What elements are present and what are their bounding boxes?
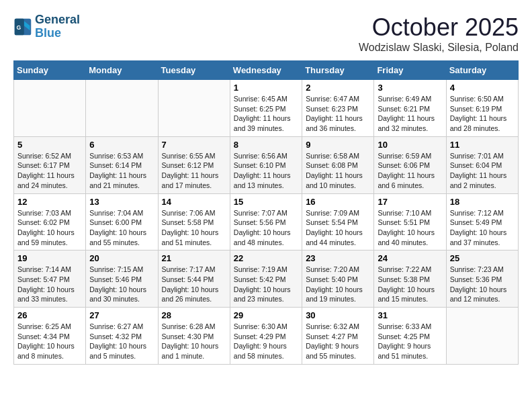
header-tuesday: Tuesday bbox=[158, 61, 230, 80]
logo-line2: Blue bbox=[35, 27, 80, 40]
day-info: Sunrise: 6:49 AMSunset: 6:21 PMDaylight:… bbox=[378, 94, 442, 134]
day-cell: 5Sunrise: 6:52 AMSunset: 6:17 PMDaylight… bbox=[14, 136, 86, 193]
day-number: 22 bbox=[234, 253, 298, 263]
logo-text: General Blue bbox=[35, 13, 80, 40]
header-monday: Monday bbox=[86, 61, 158, 80]
day-info: Sunrise: 6:28 AMSunset: 4:30 PMDaylight:… bbox=[162, 322, 226, 361]
day-cell: 3Sunrise: 6:49 AMSunset: 6:21 PMDaylight… bbox=[374, 80, 446, 137]
day-number: 1 bbox=[234, 83, 298, 93]
day-info: Sunrise: 7:14 AMSunset: 5:47 PMDaylight:… bbox=[17, 265, 82, 304]
week-row-3: 12Sunrise: 7:03 AMSunset: 6:02 PMDayligh… bbox=[14, 193, 519, 250]
day-cell: 17Sunrise: 7:10 AMSunset: 5:51 PMDayligh… bbox=[374, 193, 446, 250]
day-number: 6 bbox=[89, 140, 154, 150]
day-cell: 24Sunrise: 7:22 AMSunset: 5:38 PMDayligh… bbox=[374, 250, 446, 308]
day-cell bbox=[86, 80, 158, 137]
day-number: 26 bbox=[17, 310, 82, 320]
location-subtitle: Wodzislaw Slaski, Silesia, Poland bbox=[359, 42, 519, 54]
day-info: Sunrise: 7:17 AMSunset: 5:44 PMDaylight:… bbox=[162, 265, 226, 304]
day-info: Sunrise: 6:47 AMSunset: 6:23 PMDaylight:… bbox=[306, 94, 370, 134]
day-cell: 6Sunrise: 6:53 AMSunset: 6:14 PMDaylight… bbox=[86, 136, 158, 193]
day-info: Sunrise: 7:03 AMSunset: 6:02 PMDaylight:… bbox=[17, 208, 82, 248]
day-cell: 28Sunrise: 6:28 AMSunset: 4:30 PMDayligh… bbox=[158, 308, 230, 365]
logo-line1: General bbox=[35, 13, 80, 27]
day-number: 20 bbox=[89, 253, 154, 263]
header-saturday: Saturday bbox=[446, 61, 518, 80]
day-number: 25 bbox=[450, 253, 515, 263]
calendar-body: 1Sunrise: 6:45 AMSunset: 6:25 PMDaylight… bbox=[14, 80, 519, 365]
day-info: Sunrise: 6:27 AMSunset: 4:32 PMDaylight:… bbox=[89, 322, 154, 361]
day-info: Sunrise: 7:23 AMSunset: 5:36 PMDaylight:… bbox=[450, 265, 515, 304]
day-info: Sunrise: 6:45 AMSunset: 6:25 PMDaylight:… bbox=[234, 94, 298, 134]
header-friday: Friday bbox=[374, 61, 446, 80]
day-cell: 19Sunrise: 7:14 AMSunset: 5:47 PMDayligh… bbox=[14, 250, 86, 308]
day-number: 28 bbox=[162, 310, 226, 320]
day-cell: 22Sunrise: 7:19 AMSunset: 5:42 PMDayligh… bbox=[230, 250, 302, 308]
day-number: 30 bbox=[306, 310, 370, 320]
day-cell: 9Sunrise: 6:58 AMSunset: 6:08 PMDaylight… bbox=[302, 136, 374, 193]
day-number: 16 bbox=[306, 197, 370, 207]
day-info: Sunrise: 6:52 AMSunset: 6:17 PMDaylight:… bbox=[17, 151, 82, 191]
day-cell bbox=[446, 308, 518, 365]
day-info: Sunrise: 7:01 AMSunset: 6:04 PMDaylight:… bbox=[450, 151, 515, 191]
svg-text:G: G bbox=[16, 24, 21, 30]
day-cell: 27Sunrise: 6:27 AMSunset: 4:32 PMDayligh… bbox=[86, 308, 158, 365]
day-number: 23 bbox=[306, 253, 370, 263]
title-block: October 2025 Wodzislaw Slaski, Silesia, … bbox=[359, 13, 519, 54]
day-cell: 12Sunrise: 7:03 AMSunset: 6:02 PMDayligh… bbox=[14, 193, 86, 250]
day-cell: 15Sunrise: 7:07 AMSunset: 5:56 PMDayligh… bbox=[230, 193, 302, 250]
day-info: Sunrise: 7:19 AMSunset: 5:42 PMDaylight:… bbox=[234, 265, 298, 304]
day-number: 13 bbox=[89, 197, 154, 207]
day-cell: 1Sunrise: 6:45 AMSunset: 6:25 PMDaylight… bbox=[230, 80, 302, 137]
day-cell: 21Sunrise: 7:17 AMSunset: 5:44 PMDayligh… bbox=[158, 250, 230, 308]
day-cell: 31Sunrise: 6:33 AMSunset: 4:25 PMDayligh… bbox=[374, 308, 446, 365]
day-info: Sunrise: 7:20 AMSunset: 5:40 PMDaylight:… bbox=[306, 265, 370, 304]
day-info: Sunrise: 6:59 AMSunset: 6:06 PMDaylight:… bbox=[378, 151, 442, 191]
day-info: Sunrise: 6:30 AMSunset: 4:29 PMDaylight:… bbox=[234, 322, 298, 361]
day-info: Sunrise: 6:33 AMSunset: 4:25 PMDaylight:… bbox=[378, 322, 442, 361]
day-info: Sunrise: 7:09 AMSunset: 5:54 PMDaylight:… bbox=[306, 208, 370, 248]
day-cell: 8Sunrise: 6:56 AMSunset: 6:10 PMDaylight… bbox=[230, 136, 302, 193]
day-number: 19 bbox=[17, 253, 82, 263]
day-cell: 7Sunrise: 6:55 AMSunset: 6:12 PMDaylight… bbox=[158, 136, 230, 193]
day-info: Sunrise: 6:56 AMSunset: 6:10 PMDaylight:… bbox=[234, 151, 298, 191]
day-number: 7 bbox=[162, 140, 226, 150]
day-info: Sunrise: 6:58 AMSunset: 6:08 PMDaylight:… bbox=[306, 151, 370, 191]
day-number: 3 bbox=[378, 83, 442, 93]
day-number: 2 bbox=[306, 83, 370, 93]
day-info: Sunrise: 7:15 AMSunset: 5:46 PMDaylight:… bbox=[89, 265, 154, 304]
day-cell: 26Sunrise: 6:25 AMSunset: 4:34 PMDayligh… bbox=[14, 308, 86, 365]
week-row-1: 1Sunrise: 6:45 AMSunset: 6:25 PMDaylight… bbox=[14, 80, 519, 137]
day-number: 11 bbox=[450, 140, 515, 150]
day-number: 8 bbox=[234, 140, 298, 150]
day-info: Sunrise: 7:06 AMSunset: 5:58 PMDaylight:… bbox=[162, 208, 226, 248]
day-number: 18 bbox=[450, 197, 515, 207]
page-header: G General Blue October 2025 Wodzislaw Sl… bbox=[13, 13, 519, 54]
day-cell: 18Sunrise: 7:12 AMSunset: 5:49 PMDayligh… bbox=[446, 193, 518, 250]
day-cell: 30Sunrise: 6:32 AMSunset: 4:27 PMDayligh… bbox=[302, 308, 374, 365]
day-cell: 4Sunrise: 6:50 AMSunset: 6:19 PMDaylight… bbox=[446, 80, 518, 137]
day-number: 14 bbox=[162, 197, 226, 207]
day-cell bbox=[158, 80, 230, 137]
day-info: Sunrise: 6:55 AMSunset: 6:12 PMDaylight:… bbox=[162, 151, 226, 191]
day-number: 31 bbox=[378, 310, 442, 320]
header-wednesday: Wednesday bbox=[230, 61, 302, 80]
day-info: Sunrise: 6:25 AMSunset: 4:34 PMDaylight:… bbox=[17, 322, 82, 361]
week-row-2: 5Sunrise: 6:52 AMSunset: 6:17 PMDaylight… bbox=[14, 136, 519, 193]
day-number: 17 bbox=[378, 197, 442, 207]
day-number: 4 bbox=[450, 83, 515, 93]
day-cell: 23Sunrise: 7:20 AMSunset: 5:40 PMDayligh… bbox=[302, 250, 374, 308]
header-sunday: Sunday bbox=[14, 61, 86, 80]
day-cell: 25Sunrise: 7:23 AMSunset: 5:36 PMDayligh… bbox=[446, 250, 518, 308]
day-number: 21 bbox=[162, 253, 226, 263]
day-info: Sunrise: 6:32 AMSunset: 4:27 PMDaylight:… bbox=[306, 322, 370, 361]
day-info: Sunrise: 7:12 AMSunset: 5:49 PMDaylight:… bbox=[450, 208, 515, 248]
day-number: 12 bbox=[17, 197, 82, 207]
day-number: 9 bbox=[306, 140, 370, 150]
day-info: Sunrise: 7:22 AMSunset: 5:38 PMDaylight:… bbox=[378, 265, 442, 304]
day-cell bbox=[14, 80, 86, 137]
day-info: Sunrise: 6:50 AMSunset: 6:19 PMDaylight:… bbox=[450, 94, 515, 134]
day-number: 15 bbox=[234, 197, 298, 207]
logo: G General Blue bbox=[13, 13, 80, 40]
day-cell: 20Sunrise: 7:15 AMSunset: 5:46 PMDayligh… bbox=[86, 250, 158, 308]
day-number: 5 bbox=[17, 140, 82, 150]
